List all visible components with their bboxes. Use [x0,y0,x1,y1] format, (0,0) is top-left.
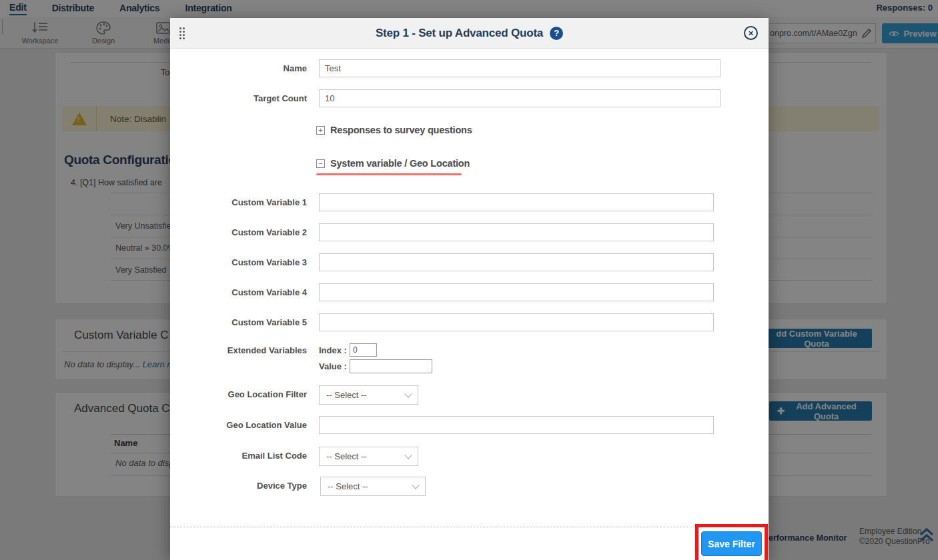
custom-variable-3-input[interactable] [319,253,714,271]
expand-plus-icon[interactable]: + [316,126,325,135]
custom-variable-3-label: Custom Variable 3 [170,253,307,267]
chevron-down-icon [404,451,412,459]
email-list-code-select[interactable]: -- Select -- [319,447,418,466]
chevron-down-icon [412,481,419,489]
name-input[interactable] [319,59,721,77]
system-variable-section-label: System variable / Geo Location [330,158,470,169]
custom-variable-5-input[interactable] [319,313,714,331]
modal-header: Step 1 - Set up Advanced Quota ? × [170,18,769,49]
custom-variable-2-input[interactable] [319,223,714,241]
custom-variable-4-input[interactable] [319,283,714,301]
custom-variable-2-label: Custom Variable 2 [170,223,307,237]
help-icon[interactable]: ? [550,27,563,40]
target-count-label: Target Count [170,89,307,103]
target-count-input[interactable] [319,89,721,107]
close-icon[interactable]: × [744,26,758,40]
custom-variable-1-label: Custom Variable 1 [170,193,307,207]
advanced-quota-modal: Step 1 - Set up Advanced Quota ? × Name … [170,18,769,560]
value-label: Value : [319,361,347,371]
geo-location-filter-label: Geo Location Filter [170,385,307,399]
chevron-down-icon [404,390,412,397]
geo-location-filter-select[interactable]: -- Select -- [319,385,418,405]
collapse-minus-icon[interactable]: − [316,159,325,168]
save-filter-button[interactable]: Save Filter [701,531,762,556]
device-type-value: -- Select -- [328,481,368,491]
custom-variable-1-input[interactable] [319,193,714,211]
name-label: Name [170,59,307,73]
geo-location-value-input[interactable] [319,416,714,434]
email-list-code-value: -- Select -- [326,451,367,461]
red-annotation-box: Save Filter [695,524,768,560]
device-type-label: Device Type [170,477,307,491]
modal-footer: Save Filter [170,527,769,560]
index-label: Index : [319,345,347,355]
geo-location-filter-value: -- Select -- [326,390,367,400]
device-type-select[interactable]: -- Select -- [320,477,426,496]
custom-variable-4-label: Custom Variable 4 [170,283,307,297]
extended-variables-label: Extended Variables [170,343,307,355]
drag-handle-icon[interactable] [179,27,185,39]
email-list-code-label: Email List Code [170,447,307,461]
responses-section-label: Responses to survey questions [330,125,472,135]
system-variable-section-toggle[interactable]: − System variable / Geo Location [316,158,769,169]
modal-body: Name Target Count + Responses to survey … [170,49,769,496]
red-underline-annotation [316,173,462,175]
custom-variable-5-label: Custom Variable 5 [170,313,307,327]
modal-title: Step 1 - Set up Advanced Quota [376,27,543,40]
geo-location-value-label: Geo Location Value [170,416,307,430]
value-input[interactable] [350,359,432,373]
responses-section-toggle[interactable]: + Responses to survey questions [316,125,769,135]
index-input[interactable] [350,343,377,357]
